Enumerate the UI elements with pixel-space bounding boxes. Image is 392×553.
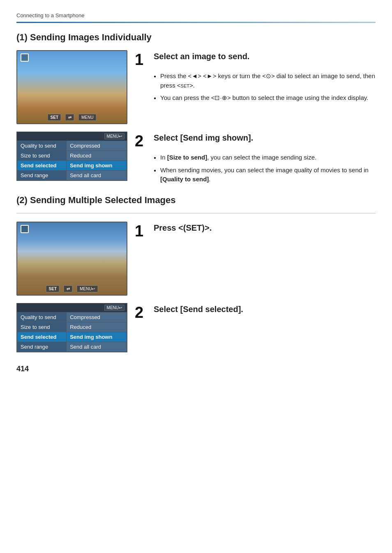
transfer-icon-display-2: ⇄	[64, 285, 73, 292]
menu-cell-1-2: Compressed	[67, 141, 127, 151]
menu2-cell-4-1: Send range	[17, 342, 67, 352]
section2-step2-content: 2 Select [Send selected].	[135, 303, 376, 324]
menu-cell-3-2: Send img shown	[67, 161, 127, 171]
s2-step2-number: 2	[135, 305, 150, 320]
menu-row-2: Size to send Reduced	[17, 151, 127, 161]
section1-step2-images: MENU↩ Quality to send Compressed Size to…	[16, 132, 127, 181]
menu2-row-1: Quality to send Compressed	[17, 312, 127, 322]
menu-cell-1-1: Quality to send	[17, 141, 67, 151]
step2-number: 2	[135, 133, 150, 149]
step2-bullets: In [Size to send], you can select the im…	[154, 153, 376, 184]
breadcrumb: Connecting to a Smartphone	[16, 12, 376, 19]
menu2-row-2: Size to send Reduced	[17, 322, 127, 332]
screen-icon-2	[21, 225, 29, 233]
transfer-icon-display: ⇄	[65, 114, 74, 121]
menu-cell-4-2: Send all card	[67, 171, 127, 180]
page-number: 414	[16, 365, 376, 373]
step1-bullet2: You can press the <⊡·⊕> button to select…	[154, 93, 376, 103]
section2-step1-content: 1 Press <(SET)>.	[135, 222, 376, 243]
section1-step2-row: MENU↩ Quality to send Compressed Size to…	[16, 132, 376, 187]
camera-screen-1: SET ⇄ MENU	[16, 50, 127, 124]
section1-title: (1) Sending Images Individually	[16, 32, 376, 43]
step2-body: In [Size to send], you can select the im…	[135, 153, 376, 184]
menu-top-bar-2: MENU↩	[17, 303, 127, 312]
s2-step2-title: Select [Send selected].	[154, 305, 243, 314]
menu-top-btn-2: MENU↩	[104, 305, 125, 311]
top-divider	[16, 22, 376, 23]
menu-row-4: Send range Send all card	[17, 171, 127, 180]
camera-screen-2: SET ⇄ MENU↩	[16, 222, 127, 296]
step1-bullet1: Press the <◄> <►> keys or turn the <⊙> d…	[154, 72, 376, 90]
section2-step1-images: SET ⇄ MENU↩	[16, 222, 127, 296]
menu-cell-2-1: Size to send	[17, 151, 67, 161]
section1-step1-row: SET ⇄ MENU 1 Select an image to send. Pr…	[16, 50, 376, 124]
menu2-row-3-highlighted: Send selected Send img shown	[17, 332, 127, 342]
screen-icon	[21, 53, 29, 62]
menu2-cell-4-2: Send all card	[67, 342, 127, 352]
menu-top-bar-1: MENU↩	[17, 132, 127, 141]
step1-number: 1	[135, 52, 150, 67]
section1-step1-images: SET ⇄ MENU	[16, 50, 127, 124]
s2-step1-title: Press <(SET)>.	[154, 223, 212, 233]
menu2-cell-1-1: Quality to send	[17, 312, 67, 322]
screen-buttons-1: SET ⇄ MENU	[48, 114, 97, 121]
menu-table-1: Quality to send Compressed Size to send …	[17, 141, 127, 180]
menu-cell-3-1: Send selected	[17, 161, 67, 171]
section1-step1-content: 1 Select an image to send. Press the <◄>…	[135, 50, 376, 106]
menu2-cell-2-2: Reduced	[67, 322, 127, 332]
step2-bullet1: In [Size to send], you can select the im…	[154, 153, 376, 162]
section2-step2-row: MENU↩ Quality to send Compressed Size to…	[16, 303, 376, 352]
menu-button-display: MENU	[78, 114, 96, 121]
menu-button-display-2: MENU↩	[77, 285, 98, 292]
s2-step2-header: 2 Select [Send selected].	[135, 305, 376, 320]
section1-step2-content: 2 Select [Send img shown]. In [Size to s…	[135, 132, 376, 187]
section-divider	[16, 213, 376, 213]
step2-bullet2: When sending movies, you can select the …	[154, 166, 376, 184]
step1-body: Press the <◄> <►> keys or turn the <⊙> d…	[135, 72, 376, 103]
step1-title: Select an image to send.	[154, 52, 249, 61]
menu-row-1: Quality to send Compressed	[17, 141, 127, 151]
menu-table-2: Quality to send Compressed Size to send …	[17, 312, 127, 352]
menu-cell-2-2: Reduced	[67, 151, 127, 161]
menu2-cell-1-2: Compressed	[67, 312, 127, 322]
menu2-cell-2-1: Size to send	[17, 322, 67, 332]
menu-row-3-highlighted: Send selected Send img shown	[17, 161, 127, 171]
section2-step2-images: MENU↩ Quality to send Compressed Size to…	[16, 303, 127, 352]
s2-step1-header: 1 Press <(SET)>.	[135, 223, 376, 239]
step2-header: 2 Select [Send img shown].	[135, 133, 376, 149]
s2-step1-number: 1	[135, 223, 150, 239]
menu-panel-2: MENU↩ Quality to send Compressed Size to…	[16, 303, 127, 352]
screen-buttons-2: SET ⇄ MENU↩	[46, 285, 98, 292]
step2-title: Select [Send img shown].	[154, 133, 253, 143]
menu2-cell-3-1: Send selected	[17, 332, 67, 342]
menu-top-btn-1: MENU↩	[104, 133, 125, 139]
menu2-cell-3-2: Send img shown	[67, 332, 127, 342]
menu-cell-4-1: Send range	[17, 171, 67, 180]
menu2-row-4: Send range Send all card	[17, 342, 127, 352]
set-button-display-2: SET	[46, 285, 60, 292]
section2-title: (2) Sending Multiple Selected Images	[16, 195, 376, 206]
section2-step1-row: SET ⇄ MENU↩ 1 Press <(SET)>.	[16, 222, 376, 296]
step1-header: 1 Select an image to send.	[135, 52, 376, 67]
step1-bullets: Press the <◄> <►> keys or turn the <⊙> d…	[154, 72, 376, 103]
menu-panel-1: MENU↩ Quality to send Compressed Size to…	[16, 132, 127, 181]
set-button-display: SET	[48, 114, 61, 121]
